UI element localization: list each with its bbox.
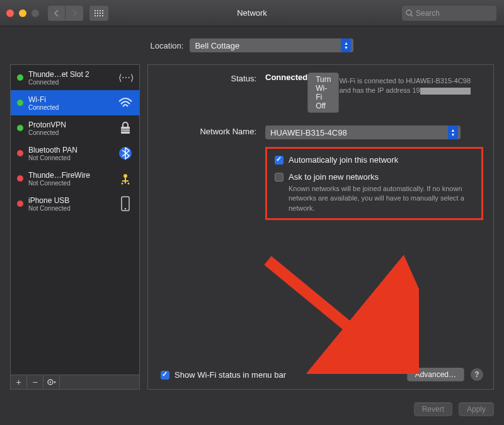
search-input[interactable]: Search xyxy=(402,6,496,21)
back-button[interactable] xyxy=(48,6,66,21)
revert-button[interactable]: Revert xyxy=(414,402,452,416)
svg-line-13 xyxy=(411,15,413,16)
svg-rect-6 xyxy=(100,13,101,14)
traffic-lights xyxy=(6,9,39,17)
sidebar-item-sub: Connected xyxy=(28,129,112,136)
sidebar-item-sub: Not Connected xyxy=(28,154,112,161)
chevron-updown-icon: ▲▼ xyxy=(341,38,351,52)
ask-join-checkbox[interactable] xyxy=(275,173,284,182)
sidebar-item-protonvpn[interactable]: ProtonVPN Connected xyxy=(11,115,139,141)
sidebar-item-firewire[interactable]: Thunde…FireWire Not Connected xyxy=(11,166,139,191)
add-interface-button[interactable]: + xyxy=(11,375,27,390)
sidebar-item-text: ProtonVPN Connected xyxy=(28,120,112,136)
close-icon[interactable] xyxy=(6,9,14,17)
grid-icon xyxy=(94,10,103,16)
phone-icon xyxy=(117,195,134,212)
sidebar-item-text: Thunde…et Slot 2 Connected xyxy=(28,70,112,86)
status-dot-icon xyxy=(17,74,23,81)
settings-pane: Status: Connected Turn Wi-Fi Off Wi-Fi i… xyxy=(147,64,494,390)
main-area: Thunde…et Slot 2 Connected ⟨⋯⟩ Wi-Fi Con… xyxy=(0,64,504,396)
sidebar-item-sub: Connected xyxy=(28,79,112,86)
sidebar-item-text: Thunde…FireWire Not Connected xyxy=(28,171,112,187)
sidebar-item-label: Thunde…FireWire xyxy=(28,171,112,180)
chevron-left-icon xyxy=(54,9,59,17)
sidebar-item-label: Thunde…et Slot 2 xyxy=(28,70,112,79)
svg-rect-11 xyxy=(102,15,103,16)
chevron-updown-icon: ▲▼ xyxy=(448,125,458,139)
ask-join-label: Ask to join new networks xyxy=(289,172,465,182)
sidebar-item-label: Wi-Fi xyxy=(28,95,112,104)
minimize-icon[interactable] xyxy=(19,9,26,17)
forward-button xyxy=(66,6,83,21)
status-dot-icon xyxy=(17,100,23,106)
sidebar-item-iphone-usb[interactable]: iPhone USB Not Connected xyxy=(11,191,139,216)
sidebar-footer: + − xyxy=(10,375,140,390)
svg-rect-15 xyxy=(121,127,130,134)
sidebar-item-bluetooth[interactable]: Bluetooth PAN Not Connected xyxy=(11,141,139,166)
status-dot-icon xyxy=(17,175,23,182)
zoom-icon[interactable] xyxy=(32,9,39,17)
svg-line-28 xyxy=(268,260,381,354)
sidebar-item-sub: Not Connected xyxy=(28,180,112,187)
status-dot-icon xyxy=(17,150,23,156)
footer-buttons: Revert Apply xyxy=(0,396,504,425)
sidebar-item-sub: Not Connected xyxy=(28,205,112,212)
sidebar-item-label: iPhone USB xyxy=(28,196,112,205)
ask-join-row: Ask to join new networks Known networks … xyxy=(275,172,474,213)
svg-point-12 xyxy=(406,10,411,15)
svg-rect-0 xyxy=(94,10,96,11)
svg-rect-4 xyxy=(94,13,96,14)
sidebar-wrapper: Thunde…et Slot 2 Connected ⟨⋯⟩ Wi-Fi Con… xyxy=(10,64,140,390)
status-value: Connected xyxy=(265,73,307,82)
search-placeholder: Search xyxy=(416,9,440,18)
nav-buttons xyxy=(48,6,83,21)
network-name-row: Network Name: HUAWEI-B315-4C98 ▲▼ xyxy=(158,125,483,139)
sidebar-item-text: Wi-Fi Connected xyxy=(28,95,112,111)
auto-join-label: Automatically join this network xyxy=(289,155,398,165)
network-name-select[interactable]: HUAWEI-B315-4C98 ▲▼ xyxy=(265,125,461,139)
sidebar-item-sub: Connected xyxy=(28,104,112,111)
svg-rect-10 xyxy=(100,15,101,16)
apply-button[interactable]: Apply xyxy=(459,402,494,416)
gear-icon xyxy=(47,378,57,386)
status-label: Status: xyxy=(158,73,265,113)
titlebar: Network Search xyxy=(0,0,504,26)
svg-rect-3 xyxy=(102,10,103,11)
sidebar-item-text: iPhone USB Not Connected xyxy=(28,196,112,212)
sidebar-item-thunderbolt[interactable]: Thunde…et Slot 2 Connected ⟨⋯⟩ xyxy=(11,65,139,90)
svg-point-22 xyxy=(122,183,123,185)
menubar-status-checkbox[interactable] xyxy=(161,371,169,380)
bluetooth-icon xyxy=(117,144,134,162)
svg-point-23 xyxy=(128,183,130,185)
network-name-value: HUAWEI-B315-4C98 xyxy=(270,128,347,137)
redacted-ip xyxy=(420,88,471,95)
auto-join-checkbox[interactable] xyxy=(275,156,284,165)
annotation-arrow xyxy=(255,248,419,374)
svg-text:⟨⋯⟩: ⟨⋯⟩ xyxy=(118,73,134,83)
bottom-row: Show Wi-Fi status in menu bar Advanced… … xyxy=(158,360,483,381)
wifi-icon xyxy=(117,94,134,112)
svg-rect-9 xyxy=(97,15,98,16)
svg-rect-7 xyxy=(102,13,103,14)
show-all-button[interactable] xyxy=(89,6,108,21)
svg-rect-8 xyxy=(94,15,96,16)
search-icon xyxy=(406,9,413,17)
ask-join-desc: Known networks will be joined automatica… xyxy=(289,184,465,213)
sidebar-actions-button[interactable] xyxy=(43,375,60,390)
network-prefs-window: Network Search Location: Bell Cottage ▲▼… xyxy=(0,0,504,425)
remove-interface-button[interactable]: − xyxy=(27,375,43,390)
network-name-label: Network Name: xyxy=(158,125,265,139)
annotation-highlight-box: Automatically join this network Ask to j… xyxy=(265,147,483,220)
advanced-button[interactable]: Advanced… xyxy=(407,368,464,381)
lock-icon xyxy=(117,119,134,137)
svg-point-25 xyxy=(125,208,127,210)
svg-rect-5 xyxy=(97,13,98,14)
turn-wifi-off-button[interactable]: Turn Wi-Fi Off xyxy=(307,73,339,113)
location-value: Bell Cottage xyxy=(195,41,239,50)
sidebar-item-label: ProtonVPN xyxy=(28,120,112,129)
sidebar-item-wifi[interactable]: Wi-Fi Connected xyxy=(11,90,139,115)
svg-point-27 xyxy=(49,381,51,383)
location-select[interactable]: Bell Cottage ▲▼ xyxy=(190,38,353,52)
help-button[interactable]: ? xyxy=(471,368,483,381)
chevron-right-icon xyxy=(72,9,77,17)
